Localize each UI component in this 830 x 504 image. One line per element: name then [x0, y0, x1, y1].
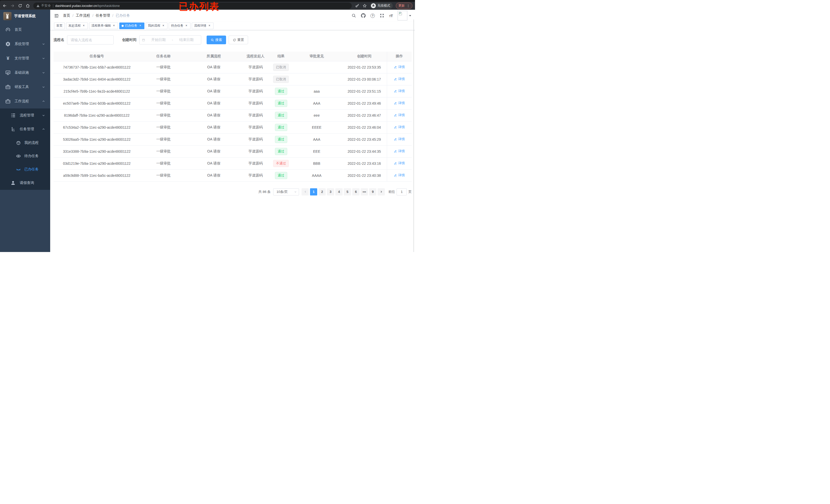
detail-link[interactable]: 详情: [394, 173, 405, 177]
sidebar-item-leave-query[interactable]: 请假查询: [0, 176, 50, 190]
chevron-down-icon: [42, 71, 45, 74]
page-button[interactable]: 3: [327, 188, 334, 196]
security-label[interactable]: 不安全: [41, 4, 51, 8]
process-name-input[interactable]: [67, 35, 114, 44]
font-size-icon[interactable]: TT: [389, 13, 393, 18]
tab-close-icon[interactable]: ×: [138, 24, 142, 28]
start-date-placeholder: 开始日期: [146, 38, 171, 42]
detail-link[interactable]: 详情: [394, 137, 405, 141]
page-size-select[interactable]: 10条/页: [273, 188, 299, 196]
view-tab[interactable]: 发起流程×: [66, 23, 88, 29]
sidebar-item-workflow[interactable]: 工作流程: [0, 94, 50, 108]
create-time-cell: 2022-01-22 23:53:35: [342, 61, 387, 73]
sidebar-item-devtools[interactable]: 研发工具: [0, 80, 50, 94]
page-ellipsis[interactable]: •••: [361, 188, 368, 196]
page-jumper: 前往 页: [388, 188, 412, 196]
tab-label: 我的流程: [148, 24, 160, 28]
sidebar-item-label: 我的流程: [24, 140, 45, 145]
opinion-cell: AAAA: [292, 169, 342, 181]
view-tab[interactable]: 我的流程×: [146, 23, 167, 29]
edit-pencil-icon: [394, 138, 397, 141]
browser-active-tab[interactable]: [0, 1, 81, 2]
avatar: [397, 11, 407, 21]
password-key-icon[interactable]: [355, 4, 359, 8]
result-cell: 通过: [270, 169, 292, 181]
forward-icon[interactable]: [10, 4, 14, 8]
page-button[interactable]: 4: [336, 188, 343, 196]
page-button[interactable]: 5: [344, 188, 351, 196]
update-label[interactable]: 更新: [398, 4, 405, 8]
sidebar-item-process-management[interactable]: 流程管理: [0, 108, 50, 122]
home-icon[interactable]: [26, 4, 30, 8]
reload-icon[interactable]: [18, 4, 22, 8]
sidebar-item-payment[interactable]: ¥ 支付管理: [0, 51, 50, 66]
breadcrumb-workflow[interactable]: 工作流程: [76, 13, 90, 18]
view-tab[interactable]: 流程详情×: [192, 23, 214, 29]
detail-link[interactable]: 详情: [394, 161, 405, 166]
sidebar-item-task-management[interactable]: 任务管理: [0, 122, 50, 136]
search-button[interactable]: 搜索: [206, 36, 226, 44]
tab-close-icon[interactable]: ×: [208, 24, 211, 28]
opinion-cell: BBB: [292, 157, 342, 169]
page-button[interactable]: 6: [352, 188, 359, 196]
tab-close-icon[interactable]: ×: [162, 24, 165, 28]
create-time-cell: 2022-01-22 23:45:29: [342, 133, 387, 145]
breadcrumb-current: 已办任务: [116, 13, 130, 18]
bookmark-star-icon[interactable]: [362, 4, 367, 8]
view-tab[interactable]: 已办任务×: [119, 23, 145, 29]
page-button[interactable]: 1: [310, 188, 317, 196]
detail-link[interactable]: 详情: [394, 77, 405, 81]
date-range-picker[interactable]: 开始日期 - 结束日期: [139, 35, 201, 44]
sidebar-item-my-process[interactable]: 我的流程: [0, 136, 50, 149]
view-tab[interactable]: 待办任务×: [169, 23, 190, 29]
breadcrumb: 首页/ 工作流程/ 任务管理/ 已办任务: [63, 13, 130, 18]
avatar-menu[interactable]: [397, 11, 411, 21]
github-icon[interactable]: [361, 13, 365, 18]
address-bar[interactable]: 不安全 dashboard.yudao.iocoder.cn/bpm/task/…: [33, 3, 352, 9]
view-tab[interactable]: 流程表单-编辑×: [89, 23, 118, 29]
tab-close-icon[interactable]: ×: [112, 24, 116, 28]
sidebar-item-label: 支付管理: [14, 56, 42, 61]
browser-menu-icon[interactable]: ⋮: [407, 4, 410, 7]
process-cell: OA 请假: [187, 97, 241, 109]
detail-link[interactable]: 详情: [394, 125, 405, 130]
page-button[interactable]: 2: [318, 188, 326, 196]
sidebar: 芋道管理系统 首页 系统管理 ¥ 支付管理 基础设施 研发工具 工作: [0, 10, 50, 252]
breadcrumb-task-management[interactable]: 任务管理: [96, 13, 110, 18]
sidebar-collapse-icon[interactable]: [54, 13, 59, 18]
fullscreen-icon[interactable]: [380, 13, 384, 18]
help-icon[interactable]: ?: [371, 13, 375, 18]
tab-close-icon[interactable]: ×: [82, 24, 86, 28]
back-icon[interactable]: [3, 4, 7, 8]
view-tab[interactable]: 首页: [54, 23, 65, 29]
tab-close-icon[interactable]: ×: [185, 24, 188, 28]
window-scrollbar[interactable]: [413, 20, 414, 252]
detail-link[interactable]: 详情: [394, 65, 405, 69]
header-search-icon[interactable]: [352, 13, 356, 18]
sidebar-item-home[interactable]: 首页: [0, 23, 50, 37]
detail-link[interactable]: 详情: [394, 89, 405, 93]
end-date-placeholder: 结束日期: [174, 38, 199, 42]
prev-page-button[interactable]: [301, 188, 309, 196]
detail-link[interactable]: 详情: [394, 113, 405, 117]
next-page-button[interactable]: [378, 188, 385, 196]
sidebar-logo[interactable]: 芋道管理系统: [0, 10, 50, 23]
update-menu-button[interactable]: 更新 ⋮: [396, 3, 412, 9]
task-name-cell: 一级审批: [140, 145, 187, 157]
process-cell: OA 请假: [187, 145, 241, 157]
goto-page-input[interactable]: [396, 188, 407, 196]
task-id-cell: ec507ae6-7b9a-11ec-b03b-acde48001122: [54, 97, 140, 109]
sidebar-item-todo-tasks[interactable]: 待办任务: [0, 149, 50, 163]
sidebar-item-infrastructure[interactable]: 基础设施: [0, 66, 50, 80]
reset-button[interactable]: 重置: [229, 36, 248, 44]
sidebar-item-done-tasks[interactable]: 已办任务: [0, 163, 50, 176]
chevron-down-icon: [42, 114, 45, 117]
detail-link[interactable]: 详情: [394, 149, 405, 154]
content: 流程名 创建时间 开始日期 - 结束日期 搜索 重置: [50, 30, 415, 252]
detail-link[interactable]: 详情: [394, 101, 405, 105]
initiator-cell: 芋道源码: [241, 169, 270, 181]
tab-label: 流程表单-编辑: [91, 24, 111, 28]
page-button[interactable]: 9: [369, 188, 376, 196]
breadcrumb-home[interactable]: 首页: [63, 13, 70, 18]
sidebar-item-system[interactable]: 系统管理: [0, 37, 50, 51]
